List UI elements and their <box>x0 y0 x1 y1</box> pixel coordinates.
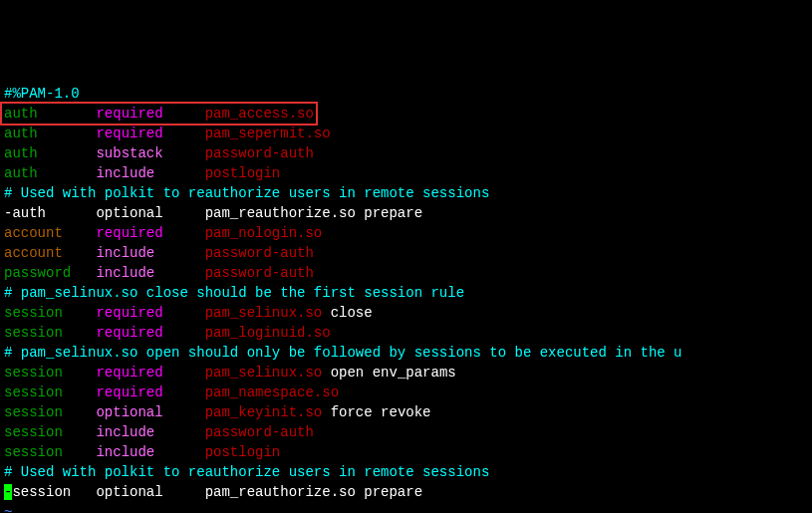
pam-rule: session include password-auth <box>4 422 808 442</box>
comment: # Used with polkit to reauthorize users … <box>4 462 808 482</box>
highlight-box: auth required pam_access.so <box>0 102 318 126</box>
comment: # pam_selinux.so open should only be fol… <box>4 343 808 363</box>
pam-rule: auth required pam_access.so <box>4 104 808 124</box>
pam-rule: auth include postlogin <box>4 163 808 183</box>
pam-rule: session include postlogin <box>4 442 808 462</box>
pam-rule: session optional pam_keyinit.so force re… <box>4 402 808 422</box>
pam-rule: password include password-auth <box>4 263 808 283</box>
pam-rule: session required pam_selinux.so close <box>4 303 808 323</box>
pam-rule: auth required pam_sepermit.so <box>4 124 808 143</box>
comment: # Used with polkit to reauthorize users … <box>4 183 808 203</box>
pam-rule: session required pam_namespace.so <box>4 383 808 402</box>
cursor: - <box>4 484 12 500</box>
comment: # pam_selinux.so close should be the fir… <box>4 283 808 303</box>
pam-rule: session required pam_loginuid.so <box>4 323 808 343</box>
pam-rule: account required pam_nologin.so <box>4 223 808 243</box>
pam-rule: session required pam_selinux.so open env… <box>4 363 808 383</box>
vim-tilde: ~ <box>4 502 808 513</box>
pam-rule-last: -session optional pam_reauthorize.so pre… <box>4 482 808 502</box>
pam-header: #%PAM-1.0 <box>4 84 808 104</box>
pam-rule: -auth optional pam_reauthorize.so prepar… <box>4 203 808 223</box>
pam-rule: account include password-auth <box>4 243 808 263</box>
pam-rule: auth substack password-auth <box>4 143 808 163</box>
